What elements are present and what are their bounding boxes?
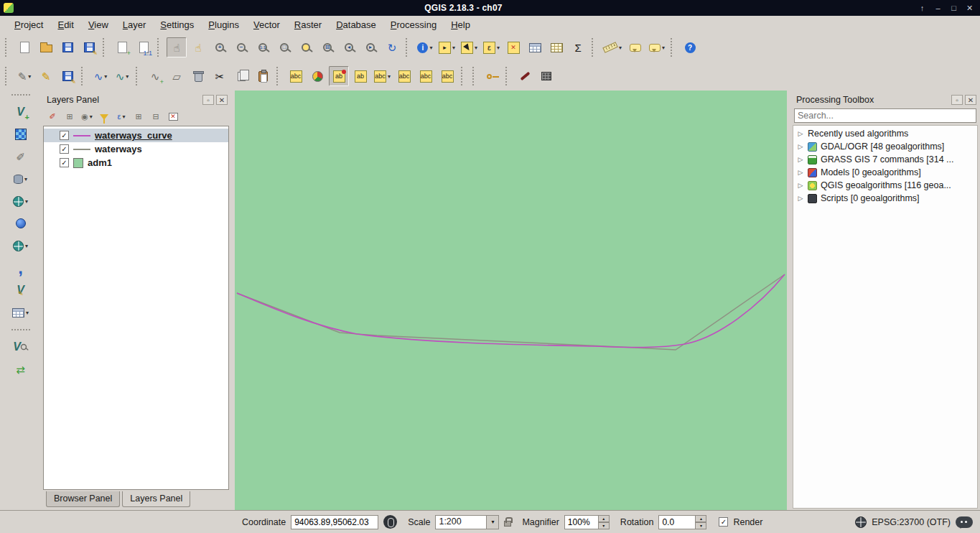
add-spatialite-layer-button[interactable]: ✐ <box>16 149 25 164</box>
map-tips-button[interactable] <box>625 37 645 57</box>
dropdown-arrow[interactable]: ▾ <box>619 45 622 51</box>
show-hide-labels-button[interactable]: abc▾ <box>372 66 393 86</box>
rotation-input[interactable] <box>658 515 696 529</box>
float-panel-button[interactable]: ▫ <box>202 95 214 105</box>
manage-themes-button[interactable]: ◉▾ <box>80 109 93 124</box>
filter-by-expression-button[interactable]: ε▾ <box>115 109 128 124</box>
menu-help[interactable]: Help <box>444 17 477 32</box>
new-project-button[interactable] <box>14 37 34 57</box>
dropdown-arrow[interactable]: ▾ <box>25 243 28 249</box>
menu-plugins[interactable]: Plugins <box>201 17 246 32</box>
toolbox-item-grass[interactable]: ▷ GRASS GIS 7 commands [314 ... <box>793 153 977 166</box>
dropdown-arrow[interactable]: ▾ <box>452 45 455 51</box>
close-button[interactable]: ✕ <box>963 2 976 14</box>
dropdown-arrow[interactable]: ▾ <box>662 45 665 51</box>
highlight-pinned-labels-button[interactable]: ab <box>350 66 370 86</box>
deselect-features-button[interactable]: ✕ <box>503 37 523 57</box>
dropdown-arrow[interactable]: ▾ <box>429 45 432 51</box>
close-panel-button[interactable]: ✕ <box>965 95 976 105</box>
run-feature-action-button[interactable]: ▸▾ <box>437 37 457 57</box>
pin-labels-button[interactable]: ab <box>329 66 349 86</box>
menu-view[interactable]: View <box>81 17 116 32</box>
add-database-layer-button[interactable]: ▾ <box>14 172 27 186</box>
branch-arrow-icon[interactable]: ▷ <box>797 169 804 176</box>
coordinate-input[interactable] <box>291 515 378 529</box>
layer-row-waterways[interactable]: ✓ waterways <box>44 142 228 156</box>
save-layer-edits-button[interactable]: ✎ <box>57 66 78 86</box>
auth-key-button[interactable] <box>482 66 502 86</box>
toolbox-item-gdal[interactable]: ▷ GDAL/OGR [48 geoalgorithms] <box>793 140 977 153</box>
plugin-tool-button[interactable] <box>515 66 535 86</box>
magnifier-input[interactable] <box>564 515 599 529</box>
toolbar-grip[interactable] <box>276 67 280 85</box>
select-by-expression-button[interactable]: ε▾ <box>481 37 502 57</box>
plugin-grid-button[interactable] <box>536 66 556 86</box>
node-tool-button[interactable]: ▱ <box>167 66 187 86</box>
add-circular-string-button[interactable]: ∿▾ <box>90 66 111 86</box>
panel-splitter[interactable] <box>787 91 792 510</box>
dropdown-arrow[interactable]: ▾ <box>388 73 391 80</box>
menu-settings[interactable]: Settings <box>153 17 201 32</box>
toolbox-item-models[interactable]: ▷ Models [0 geoalgorithms] <box>793 166 977 179</box>
add-wfs-layer-button[interactable]: ▾ <box>13 238 28 253</box>
zoom-native-button[interactable]: 1:1 <box>253 37 273 57</box>
toolbar-grip[interactable] <box>5 38 9 57</box>
zoom-out-button[interactable]: − <box>231 37 251 57</box>
dropdown-arrow[interactable]: ▾ <box>25 198 28 205</box>
coordinate-extent-toggle-icon[interactable] <box>383 515 397 529</box>
toolbox-item-qgis[interactable]: ▷ QGIS geoalgorithms [116 geoa... <box>793 179 977 192</box>
add-circular-string-radius-button[interactable]: ∿▾ <box>112 66 132 86</box>
toolbox-item-scripts[interactable]: ▷ Scripts [0 geoalgorithms] <box>793 192 977 205</box>
toolbar-grip[interactable] <box>5 67 9 85</box>
dropdown-arrow[interactable]: ▾ <box>24 176 27 182</box>
add-delimited-text-layer-button[interactable]: , <box>18 261 23 275</box>
filter-legend-button[interactable] <box>98 109 111 124</box>
render-checkbox[interactable]: ✓ <box>719 517 728 527</box>
save-project-as-button[interactable]: ✎ <box>79 37 99 57</box>
dropdown-arrow[interactable]: ▾ <box>487 515 499 529</box>
menu-edit[interactable]: Edit <box>50 17 80 32</box>
dropdown-arrow[interactable]: ▾ <box>126 73 129 80</box>
rotate-label-button[interactable]: abc <box>416 66 436 86</box>
float-panel-button[interactable]: ▫ <box>951 95 963 105</box>
branch-arrow-icon[interactable]: ▷ <box>797 156 804 163</box>
crossing-arrows-button[interactable]: ⇄ <box>16 362 25 376</box>
move-label-button[interactable]: abc <box>394 66 414 86</box>
cut-features-button[interactable]: ✂ <box>210 66 230 86</box>
branch-arrow-icon[interactable]: ▷ <box>797 182 804 189</box>
close-panel-button[interactable]: ✕ <box>216 95 228 105</box>
new-print-composer-button[interactable]: + <box>112 37 132 57</box>
statistical-summary-button[interactable]: Σ <box>568 37 588 57</box>
add-feature-button[interactable]: ∿+ <box>145 66 165 86</box>
add-raster-layer-button[interactable] <box>15 127 27 142</box>
dropdown-arrow[interactable]: ▾ <box>475 45 477 51</box>
dropdown-arrow[interactable]: ▾ <box>497 45 500 51</box>
dropdown-arrow[interactable]: ▾ <box>104 73 107 80</box>
layer-checkbox[interactable]: ✓ <box>60 158 69 167</box>
panel-splitter[interactable] <box>230 91 235 510</box>
branch-arrow-icon[interactable]: ▷ <box>797 143 804 150</box>
composer-manager-button[interactable]: 1:1 <box>134 37 154 57</box>
spin-up-button[interactable]: ▴ <box>599 515 610 522</box>
dropdown-arrow[interactable]: ▾ <box>26 310 29 316</box>
maximize-button[interactable]: □ <box>947 2 961 14</box>
toolbar-grip[interactable] <box>406 38 409 57</box>
menu-vector[interactable]: Vector <box>246 17 287 32</box>
toggle-editing-button[interactable]: ✎ <box>36 66 56 86</box>
scale-lock-icon[interactable] <box>504 521 511 527</box>
layer-row-adm1[interactable]: ✓ adm1 <box>44 156 228 170</box>
scale-value[interactable]: 1:200 <box>435 515 487 529</box>
zoom-next-button[interactable]: ▸ <box>360 37 381 57</box>
toolbar-grip[interactable] <box>11 329 30 330</box>
zoom-last-button[interactable]: ◂ <box>339 37 359 57</box>
toolbar-grip[interactable] <box>136 67 139 85</box>
layer-checkbox[interactable]: ✓ <box>60 131 69 140</box>
add-wms-layer-button[interactable]: ▾ <box>13 194 28 208</box>
layers-panel-tab[interactable]: Layers Panel <box>122 491 190 507</box>
menu-project[interactable]: Project <box>7 17 50 32</box>
copy-features-button[interactable] <box>231 66 251 86</box>
dropdown-arrow[interactable]: ▾ <box>90 113 93 120</box>
crs-globe-icon[interactable] <box>855 516 867 528</box>
add-group-button[interactable]: ⊞ <box>63 109 76 124</box>
change-label-properties-button[interactable]: abc <box>437 66 457 86</box>
